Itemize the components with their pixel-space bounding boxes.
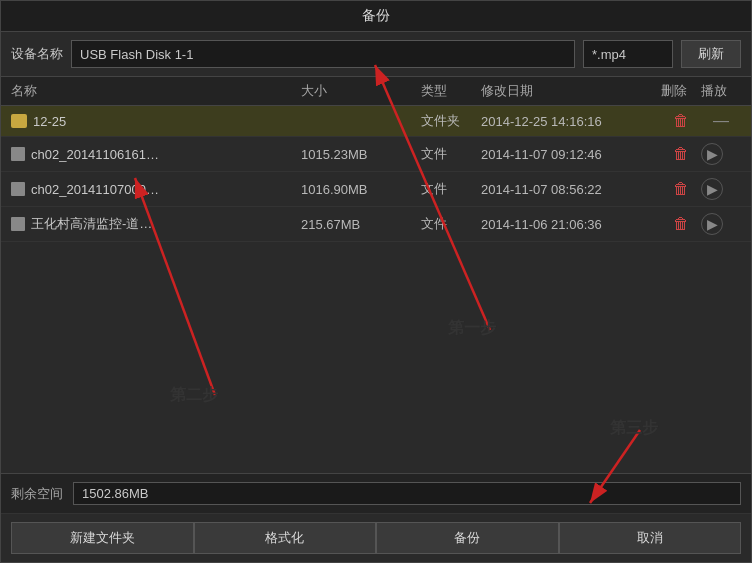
table-body: 12-25 文件夹 2014-12-25 14:16:16 🗑 — ch02_2…	[1, 106, 751, 473]
title-bar: 备份	[1, 1, 751, 32]
folder-icon	[11, 114, 27, 128]
col-header-size: 大小	[301, 82, 421, 100]
delete-button[interactable]: 🗑	[661, 180, 701, 198]
row-date: 2014-11-07 09:12:46	[481, 147, 661, 162]
table-row[interactable]: ch02_20141106161… 1015.23MB 文件 2014-11-0…	[1, 137, 751, 172]
table-row[interactable]: ch02_20141107000… 1016.90MB 文件 2014-11-0…	[1, 172, 751, 207]
row-type: 文件	[421, 215, 481, 233]
row-size: 1015.23MB	[301, 147, 421, 162]
row-size: 215.67MB	[301, 217, 421, 232]
row-name: ch02_20141107000…	[11, 182, 301, 197]
ext-select[interactable]: *.mp4	[583, 40, 673, 68]
col-header-play: 播放	[701, 82, 741, 100]
footer-info: 剩余空间 1502.86MB	[1, 473, 751, 514]
new-folder-button[interactable]: 新建文件夹	[11, 522, 194, 554]
space-value: 1502.86MB	[73, 482, 741, 505]
window-title: 备份	[362, 7, 390, 23]
row-size: 1016.90MB	[301, 182, 421, 197]
col-header-delete: 删除	[661, 82, 701, 100]
space-label: 剩余空间	[11, 485, 63, 503]
file-icon	[11, 217, 25, 231]
table-row[interactable]: 12-25 文件夹 2014-12-25 14:16:16 🗑 —	[1, 106, 751, 137]
row-type: 文件	[421, 145, 481, 163]
row-type: 文件	[421, 180, 481, 198]
row-name: ch02_20141106161…	[11, 147, 301, 162]
device-select[interactable]: USB Flash Disk 1-1	[71, 40, 575, 68]
row-date: 2014-12-25 14:16:16	[481, 114, 661, 129]
row-name: 王化村高清监控-道…	[11, 215, 301, 233]
file-icon	[11, 182, 25, 196]
refresh-button[interactable]: 刷新	[681, 40, 741, 68]
play-button[interactable]: ▶	[701, 143, 723, 165]
delete-button[interactable]: 🗑	[661, 112, 701, 130]
row-date: 2014-11-07 08:56:22	[481, 182, 661, 197]
file-icon	[11, 147, 25, 161]
footer-buttons: 新建文件夹 格式化 备份 取消	[1, 514, 751, 562]
col-header-name: 名称	[11, 82, 301, 100]
play-button[interactable]: ▶	[701, 178, 723, 200]
col-header-type: 类型	[421, 82, 481, 100]
play-button[interactable]: ▶	[701, 213, 723, 235]
row-date: 2014-11-06 21:06:36	[481, 217, 661, 232]
device-label: 设备名称	[11, 45, 63, 63]
backup-button[interactable]: 备份	[376, 522, 559, 554]
table-header: 名称 大小 类型 修改日期 删除 播放	[1, 77, 751, 106]
cancel-button[interactable]: 取消	[559, 522, 742, 554]
table-row[interactable]: 王化村高清监控-道… 215.67MB 文件 2014-11-06 21:06:…	[1, 207, 751, 242]
play-dash: —	[701, 112, 741, 130]
toolbar: 设备名称 USB Flash Disk 1-1 *.mp4 刷新	[1, 32, 751, 77]
delete-button[interactable]: 🗑	[661, 145, 701, 163]
col-header-date: 修改日期	[481, 82, 661, 100]
row-name: 12-25	[11, 114, 301, 129]
delete-button[interactable]: 🗑	[661, 215, 701, 233]
row-type: 文件夹	[421, 112, 481, 130]
format-button[interactable]: 格式化	[194, 522, 377, 554]
